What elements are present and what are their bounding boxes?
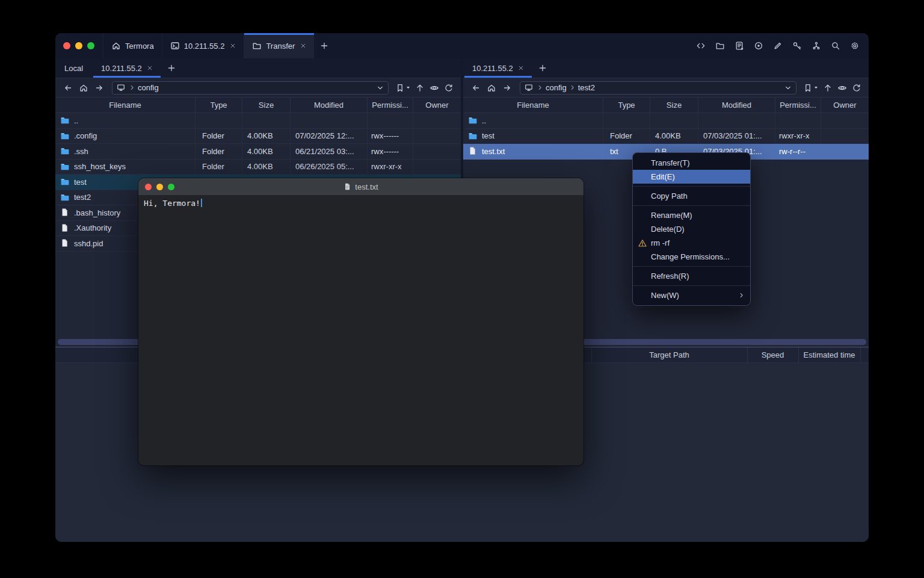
minimize-window-button[interactable] [75, 42, 82, 49]
close-icon[interactable] [518, 65, 524, 71]
path-field[interactable]: config [112, 81, 389, 95]
column-header[interactable]: Filename [55, 98, 196, 113]
parent-directory-button[interactable] [821, 81, 834, 95]
close-icon[interactable] [230, 43, 236, 49]
menu-item-rename-m[interactable]: Rename(M) [633, 208, 750, 222]
cell [821, 113, 869, 128]
bookmark-button[interactable] [394, 83, 412, 93]
zoom-window-button[interactable] [87, 42, 94, 49]
column-header[interactable]: Size [242, 98, 291, 113]
tab-label: 10.211.55.2 [472, 64, 513, 73]
path-segment[interactable]: config [138, 83, 159, 92]
record-icon[interactable] [753, 40, 764, 51]
left-pane-toolbar: config [55, 78, 461, 98]
tab-ssh-session[interactable]: 10.211.55.2 [162, 33, 244, 58]
tab-label: 10.211.55.2 [101, 64, 142, 73]
close-icon[interactable] [147, 65, 153, 71]
filename-cell: ssh_host_keys [55, 160, 196, 175]
tab-termora-home[interactable]: Termora [103, 33, 162, 58]
show-hidden-files-button[interactable] [428, 81, 441, 95]
filename: test [482, 131, 494, 140]
menu-item-rm-rf[interactable]: rm -rf [633, 236, 750, 250]
filename: ssh_host_keys [74, 162, 126, 171]
table-row[interactable]: testFolder4.00KB07/03/2025 01:...rwxr-xr… [463, 129, 869, 144]
forward-button[interactable] [92, 81, 106, 95]
editor-window: test.txt Hi, Termora! [138, 178, 584, 465]
pencil-icon[interactable] [772, 40, 783, 51]
column-speed: Speed [747, 347, 798, 362]
titlebar: Termora 10.211.55.2 Transfer [55, 33, 869, 58]
menu-item-edit-e[interactable]: Edit(E) [633, 170, 750, 184]
search-icon[interactable] [830, 40, 841, 51]
code-icon[interactable] [695, 40, 706, 51]
menu-item-label: Change Permissions... [651, 252, 730, 261]
cell: Folder [603, 129, 650, 144]
home-button[interactable] [484, 81, 499, 95]
close-icon[interactable] [300, 43, 306, 49]
keychain-icon[interactable] [811, 40, 822, 51]
column-header[interactable]: Owner [821, 98, 869, 113]
forward-button[interactable] [500, 81, 514, 95]
tab-transfer[interactable]: Transfer [244, 33, 314, 58]
table-row[interactable]: .. [55, 113, 461, 129]
editor-text: Hi, Termora! [144, 199, 200, 208]
column-header[interactable]: Size [650, 98, 698, 113]
column-header[interactable]: Type [603, 98, 650, 113]
column-header[interactable]: Modified [698, 98, 775, 113]
close-window-button[interactable] [63, 42, 70, 49]
menu-item-refresh-r[interactable]: Refresh(R) [633, 269, 750, 283]
editor-content[interactable]: Hi, Termora! [138, 195, 584, 211]
cell [242, 113, 291, 128]
refresh-button[interactable] [850, 81, 863, 95]
table-row[interactable]: .sshFolder4.00KB06/21/2025 03:...rwx----… [55, 144, 461, 160]
filename-cell: test [463, 129, 603, 144]
column-header[interactable]: Permissi... [775, 98, 821, 113]
path-segment[interactable]: config [546, 83, 567, 92]
table-row[interactable]: .configFolder4.00KB07/02/2025 12:...rwx-… [55, 129, 461, 144]
path-segment[interactable]: test2 [578, 83, 595, 92]
menu-item-new-w[interactable]: New(W) [633, 288, 750, 302]
log-icon[interactable] [734, 40, 745, 51]
back-button[interactable] [61, 81, 75, 95]
editor-zoom-button[interactable] [168, 184, 174, 190]
editor-titlebar[interactable]: test.txt [138, 178, 584, 195]
cell: Folder [196, 144, 242, 159]
new-tab-button[interactable] [314, 33, 334, 58]
editor-minimize-button[interactable] [156, 184, 163, 190]
refresh-button[interactable] [442, 81, 455, 95]
column-header[interactable]: Filename [463, 98, 603, 113]
column-estimated-time: Estimated time [798, 347, 860, 362]
add-pane-tab-button[interactable] [162, 58, 181, 78]
menu-item-transfer-t[interactable]: Transfer(T) [633, 156, 750, 170]
menu-item-delete-d[interactable]: Delete(D) [633, 222, 750, 236]
home-button[interactable] [76, 81, 91, 95]
menu-item-change-permissions[interactable]: Change Permissions... [633, 250, 750, 264]
back-button[interactable] [469, 81, 483, 95]
menu-item-copy-path[interactable]: Copy Path [633, 189, 750, 203]
show-hidden-files-button[interactable] [836, 81, 849, 95]
menu-separator [633, 266, 750, 267]
editor-close-button[interactable] [145, 184, 152, 190]
gear-icon[interactable] [849, 40, 860, 51]
table-row[interactable]: .. [463, 113, 869, 129]
folder-icon[interactable] [715, 40, 725, 51]
parent-directory-button[interactable] [413, 81, 427, 95]
tab-local[interactable]: Local [55, 58, 92, 78]
column-header[interactable]: Permissi... [368, 98, 413, 113]
bookmark-button[interactable] [802, 83, 820, 93]
chevron-down-icon[interactable] [784, 84, 792, 92]
key-icon[interactable] [792, 40, 802, 51]
column-header[interactable]: Owner [413, 98, 461, 113]
tab-remote-host[interactable]: 10.211.55.2 [92, 58, 162, 78]
path-field[interactable]: configtest2 [520, 81, 796, 95]
column-header[interactable]: Modified [291, 98, 368, 113]
column-header[interactable]: Type [196, 98, 242, 113]
filename: .ssh [74, 147, 88, 156]
tab-remote-host[interactable]: 10.211.55.2 [463, 58, 533, 78]
cell: 07/03/2025 01:... [698, 129, 775, 144]
add-pane-tab-button[interactable] [533, 58, 552, 78]
table-row[interactable]: ssh_host_keysFolder4.00KB06/26/2025 05:.… [55, 160, 461, 175]
cell [775, 113, 821, 128]
chevron-down-icon[interactable] [377, 84, 384, 92]
menu-separator [633, 285, 750, 286]
